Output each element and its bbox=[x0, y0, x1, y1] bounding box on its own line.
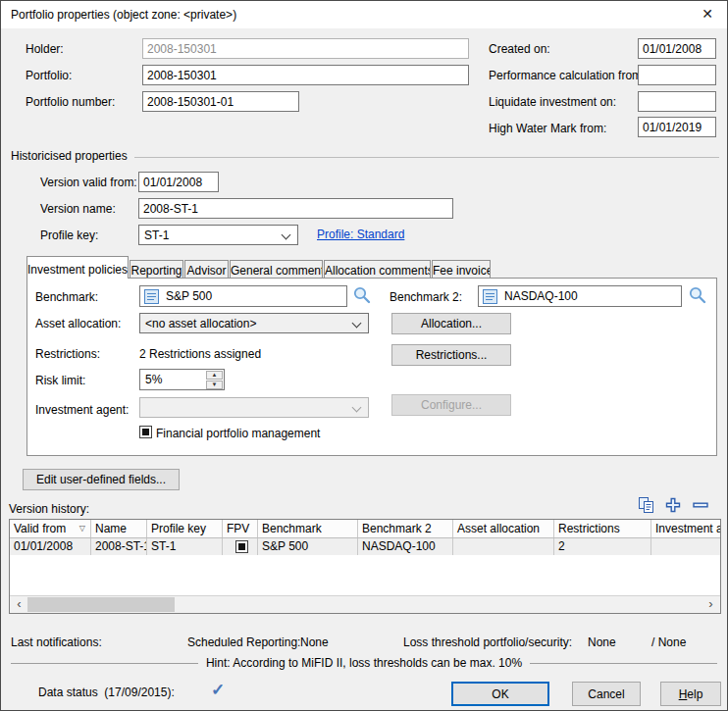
tab-general-comment[interactable]: General comment bbox=[230, 260, 323, 279]
add-version-icon[interactable] bbox=[664, 496, 682, 514]
tab-investment-policies[interactable]: Investment policies bbox=[26, 256, 129, 279]
investment-policies-panel: Benchmark: S&P 500 Benchmark 2: NASDAQ-1… bbox=[26, 278, 717, 456]
version-valid-from-input[interactable] bbox=[138, 172, 219, 192]
financial-portfolio-management-label: Financial portfolio management bbox=[156, 427, 320, 440]
loss-threshold-value: None bbox=[588, 635, 616, 649]
column-header-fpv[interactable]: FPV bbox=[223, 520, 258, 537]
sort-descending-icon: ▽ bbox=[79, 524, 85, 533]
liquidate-input[interactable] bbox=[638, 91, 716, 112]
separator-line bbox=[11, 663, 198, 664]
profile-key-select[interactable]: ST-1 bbox=[138, 225, 298, 245]
portfolio-input[interactable] bbox=[142, 65, 469, 85]
cell-investment-agent bbox=[651, 538, 720, 555]
cell-valid-from: 01/01/2008 bbox=[10, 538, 91, 555]
portfolio-number-label: Portfolio number: bbox=[26, 95, 115, 109]
window-title: Portfolio properties (object zone: <priv… bbox=[11, 8, 236, 22]
risk-limit-value: 5% bbox=[145, 373, 162, 386]
cell-benchmark: S&P 500 bbox=[258, 538, 358, 555]
investment-agent-select bbox=[139, 397, 369, 418]
financial-portfolio-management-checkbox[interactable] bbox=[139, 426, 152, 438]
version-name-input[interactable] bbox=[138, 198, 453, 219]
allocation-button[interactable]: Allocation... bbox=[391, 313, 511, 334]
cell-profile-key: ST-1 bbox=[147, 538, 223, 555]
spinner-buttons: ▲ ▼ bbox=[206, 371, 223, 388]
profile-standard-link[interactable]: Profile: Standard bbox=[317, 228, 404, 241]
scroll-left-icon[interactable]: ‹ bbox=[11, 596, 27, 612]
asset-allocation-select[interactable]: <no asset allocation> bbox=[139, 313, 369, 333]
holder-input bbox=[142, 38, 469, 59]
benchmark-field[interactable]: S&P 500 bbox=[139, 285, 347, 307]
scroll-right-icon[interactable]: › bbox=[702, 596, 719, 612]
chevron-down-icon bbox=[282, 230, 291, 240]
restrictions-button[interactable]: Restrictions... bbox=[391, 344, 511, 366]
configure-button: Configure... bbox=[391, 394, 511, 416]
profile-key-value: ST-1 bbox=[144, 229, 169, 242]
cell-benchmark2: NASDAQ-100 bbox=[358, 538, 453, 555]
data-status-label: Data status (17/09/2015): bbox=[38, 686, 175, 699]
group-separator-line bbox=[134, 157, 719, 158]
asset-allocation-value: <no asset allocation> bbox=[145, 317, 256, 330]
spin-up-icon[interactable]: ▲ bbox=[206, 371, 223, 380]
restrictions-value: 2 Restrictions assigned bbox=[139, 347, 261, 361]
liquidate-label: Liquidate investment on: bbox=[489, 95, 616, 109]
risk-limit-spinner[interactable]: 5% ▲ ▼ bbox=[139, 369, 225, 390]
tab-advisor[interactable]: Advisor bbox=[184, 260, 229, 279]
horizontal-scrollbar[interactable]: ‹ › bbox=[10, 595, 720, 613]
close-icon[interactable]: ✕ bbox=[697, 6, 718, 24]
version-history-label: Version history: bbox=[9, 502, 89, 516]
column-header-restrictions[interactable]: Restrictions bbox=[554, 520, 651, 537]
benchmark2-label: Benchmark 2: bbox=[390, 290, 462, 304]
created-on-input[interactable] bbox=[638, 38, 716, 59]
historicised-group-header: Historicised properties bbox=[11, 149, 719, 163]
historicised-group-label: Historicised properties bbox=[11, 149, 128, 163]
loss-threshold-label: Loss threshold portfolio/security: bbox=[403, 635, 572, 649]
risk-limit-label: Risk limit: bbox=[35, 374, 85, 387]
spin-down-icon[interactable]: ▼ bbox=[206, 381, 223, 389]
column-header-benchmark[interactable]: Benchmark bbox=[258, 520, 358, 537]
cell-fpv bbox=[223, 538, 258, 555]
copy-version-icon[interactable] bbox=[638, 496, 655, 514]
hint-text: Hint: According to MiFID II, loss thresh… bbox=[206, 656, 522, 670]
version-name-label: Version name: bbox=[40, 202, 116, 216]
column-header-benchmark2[interactable]: Benchmark 2 bbox=[358, 520, 453, 537]
column-header-name[interactable]: Name bbox=[91, 520, 147, 537]
scheduled-reporting-label: Scheduled Reporting: bbox=[187, 635, 300, 649]
table-row[interactable]: 01/01/2008 2008-ST-1 ST-1 S&P 500 NASDAQ… bbox=[10, 538, 720, 555]
title-bar: Portfolio properties (object zone: <priv… bbox=[1, 1, 727, 28]
chevron-down-icon bbox=[352, 319, 362, 329]
benchmark2-field[interactable]: NASDAQ-100 bbox=[478, 285, 682, 307]
fpv-checkbox bbox=[235, 540, 248, 553]
cancel-button[interactable]: Cancel bbox=[572, 682, 641, 706]
investment-agent-label: Investment agent: bbox=[35, 403, 129, 417]
scrollbar-thumb[interactable] bbox=[27, 597, 175, 612]
hint-separator: Hint: According to MiFID II, loss thresh… bbox=[11, 656, 717, 670]
remove-version-icon[interactable] bbox=[692, 496, 709, 514]
search-icon[interactable] bbox=[352, 285, 371, 304]
column-header-investment-agent[interactable]: Investment a bbox=[651, 520, 720, 537]
tab-fee-invoice[interactable]: Fee invoice bbox=[432, 260, 491, 279]
edit-user-defined-fields-button[interactable]: Edit user-defined fields... bbox=[23, 469, 180, 490]
loss-threshold-value2: / None bbox=[651, 635, 686, 649]
high-water-mark-input[interactable] bbox=[638, 117, 716, 137]
table-header-row: Valid from ▽ Name Profile key FPV Benchm… bbox=[10, 520, 720, 538]
tab-allocation-comments[interactable]: Allocation comments bbox=[324, 260, 431, 279]
ok-button[interactable]: OK bbox=[451, 682, 549, 706]
portfolio-number-input[interactable] bbox=[142, 91, 299, 112]
column-header-asset-allocation[interactable]: Asset allocation bbox=[453, 520, 554, 537]
portfolio-properties-dialog: Portfolio properties (object zone: <priv… bbox=[0, 0, 728, 711]
security-list-icon bbox=[144, 289, 159, 304]
column-header-profile-key[interactable]: Profile key bbox=[147, 520, 223, 537]
column-header-valid-from[interactable]: Valid from ▽ bbox=[10, 520, 91, 537]
high-water-mark-label: High Water Mark from: bbox=[489, 122, 606, 135]
performance-calc-label: Performance calculation from: bbox=[489, 69, 645, 82]
help-button[interactable]: Help bbox=[660, 682, 721, 706]
cell-name: 2008-ST-1 bbox=[91, 538, 147, 555]
tab-reporting[interactable]: Reporting bbox=[130, 260, 183, 279]
security-list-icon bbox=[483, 289, 497, 304]
performance-calc-input[interactable] bbox=[638, 65, 716, 85]
version-history-table: Valid from ▽ Name Profile key FPV Benchm… bbox=[9, 519, 721, 614]
separator-line bbox=[530, 663, 717, 664]
cell-asset-allocation bbox=[453, 538, 554, 555]
search-icon[interactable] bbox=[688, 285, 706, 304]
version-valid-from-label: Version valid from: bbox=[40, 176, 137, 189]
